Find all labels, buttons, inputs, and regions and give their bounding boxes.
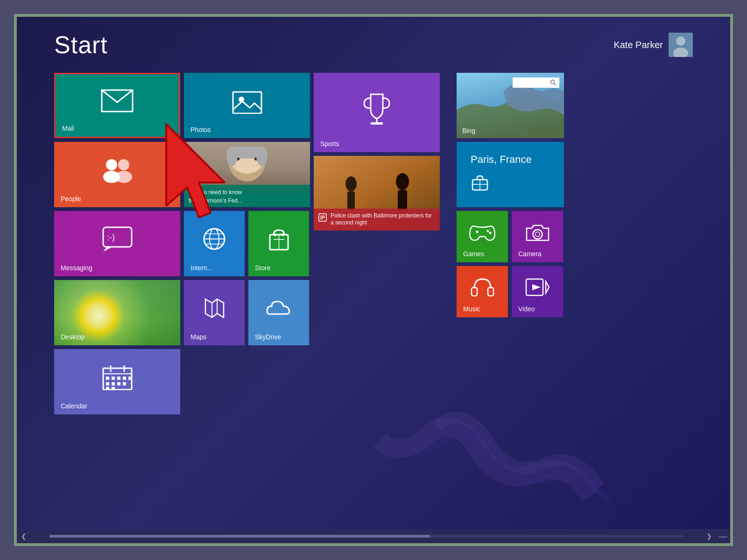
- tile-sports[interactable]: Sports: [314, 73, 440, 152]
- tile-photos[interactable]: Photos: [184, 73, 310, 138]
- tile-video[interactable]: Video: [512, 266, 563, 317]
- skydrive-icon: [255, 285, 303, 331]
- tile-skydrive[interactable]: SkyDrive: [248, 280, 309, 345]
- store-icon: [255, 216, 303, 262]
- sports-icon: [320, 77, 433, 138]
- svg-marker-9: [103, 247, 113, 252]
- maps-icon: [190, 285, 238, 331]
- tile-games[interactable]: Games: [457, 211, 508, 262]
- games-icon: [463, 216, 501, 248]
- svg-rect-21: [112, 382, 115, 385]
- scroll-left-arrow[interactable]: ❮: [17, 532, 31, 540]
- internet-icon: [190, 216, 238, 262]
- right-column: Bing Paris, France: [457, 73, 564, 414]
- article-text: Police clash with Baltimore protesters f…: [331, 212, 435, 227]
- photos-label: Photos: [190, 126, 303, 133]
- camera-label: Camera: [518, 250, 557, 258]
- bing-search-bar[interactable]: [513, 77, 559, 88]
- tile-camera[interactable]: Camera: [512, 211, 563, 262]
- desktop-label: Desktop: [61, 333, 174, 341]
- svg-point-43: [274, 233, 276, 236]
- tile-desktop[interactable]: Desktop: [54, 280, 180, 345]
- tile-store[interactable]: Store: [248, 211, 309, 276]
- svg-point-6: [118, 159, 129, 170]
- svg-point-69: [487, 230, 489, 232]
- svg-rect-17: [117, 377, 120, 380]
- tiles-container: Mail People :-: [54, 73, 564, 414]
- user-info: Kate Parker: [613, 33, 693, 57]
- avatar: [669, 33, 693, 57]
- internet-store-row: Intern... Store: [184, 211, 310, 276]
- calendar-label: Calendar: [61, 402, 174, 410]
- svg-point-55: [396, 173, 409, 190]
- header: Start Kate Parker: [17, 31, 730, 59]
- tile-paris[interactable]: Paris, France: [457, 142, 564, 207]
- photos-icon: [190, 77, 303, 124]
- svg-rect-16: [112, 377, 115, 380]
- svg-marker-76: [546, 281, 549, 293]
- maps-label: Maps: [190, 333, 238, 341]
- store-label: Store: [255, 264, 303, 272]
- column-3: Sports: [314, 73, 440, 414]
- svg-rect-54: [347, 191, 355, 210]
- svg-marker-47: [205, 299, 224, 317]
- mail-label: Mail: [62, 125, 172, 132]
- mail-icon: [62, 79, 172, 123]
- tile-mail[interactable]: Mail: [54, 73, 180, 138]
- maps-skydrive-row: Maps SkyDrive: [184, 280, 310, 345]
- messaging-icon: :-): [61, 216, 174, 262]
- camera-icon: [518, 216, 557, 248]
- skydrive-label: SkyDrive: [255, 333, 303, 341]
- svg-point-36: [256, 147, 268, 166]
- article-icon: [318, 213, 327, 222]
- user-name: Kate Parker: [613, 40, 663, 50]
- scrollbar-thumb[interactable]: [49, 535, 430, 538]
- tile-people[interactable]: People: [54, 142, 180, 207]
- tile-maps[interactable]: Maps: [184, 280, 245, 345]
- people-label: People: [61, 195, 174, 203]
- svg-rect-23: [123, 382, 126, 385]
- news-line1: hat you need to know: [189, 189, 242, 196]
- paris-title: Paris, France: [471, 154, 550, 166]
- bing-search-icon: [550, 79, 557, 86]
- svg-text::-): :-): [107, 233, 115, 242]
- scrollbar: ❮ ❯ —: [17, 529, 730, 543]
- svg-point-44: [282, 233, 284, 236]
- svg-rect-26: [233, 92, 261, 113]
- tile-messaging[interactable]: :-) Messaging: [54, 211, 180, 276]
- svg-rect-25: [112, 387, 115, 389]
- calendar-icon: [61, 354, 174, 400]
- svg-rect-24: [106, 387, 109, 389]
- paris-content: Paris, France: [463, 146, 557, 203]
- games-label: Games: [463, 250, 501, 258]
- svg-point-4: [106, 159, 117, 170]
- tile-internet[interactable]: Intern...: [184, 211, 245, 276]
- tile-music[interactable]: Music: [457, 266, 508, 317]
- svg-rect-18: [123, 377, 126, 380]
- video-icon: [518, 271, 557, 303]
- scroll-minus[interactable]: —: [716, 532, 730, 541]
- svg-point-35: [226, 147, 238, 166]
- tile-bing[interactable]: Bing: [457, 73, 564, 138]
- svg-line-63: [554, 84, 556, 85]
- internet-label: Intern...: [190, 264, 238, 272]
- scroll-right-arrow[interactable]: ❯: [702, 532, 716, 540]
- tile-news[interactable]: hat you need to know this afternoon's Fe…: [184, 142, 310, 207]
- svg-rect-56: [398, 190, 407, 211]
- news-text-overlay: hat you need to know this afternoon's Fe…: [184, 185, 310, 207]
- small-tiles-row-2: Music Video: [457, 266, 564, 317]
- tile-calendar[interactable]: Calendar: [54, 349, 180, 414]
- svg-rect-51: [371, 122, 383, 125]
- column-2: Photos: [184, 73, 310, 414]
- svg-rect-74: [488, 287, 493, 296]
- video-label: Video: [518, 305, 557, 313]
- tile-article[interactable]: Police clash with Baltimore protesters f…: [314, 156, 440, 231]
- svg-point-72: [535, 232, 540, 237]
- sports-label: Sports: [320, 140, 433, 147]
- bing-label: Bing: [462, 127, 475, 134]
- small-tiles-row-1: Games Camera: [457, 211, 564, 262]
- news-line2: this afternoon's Fed...: [189, 197, 242, 204]
- svg-rect-73: [472, 287, 477, 296]
- scrollbar-track[interactable]: [49, 535, 684, 538]
- svg-point-7: [115, 171, 132, 183]
